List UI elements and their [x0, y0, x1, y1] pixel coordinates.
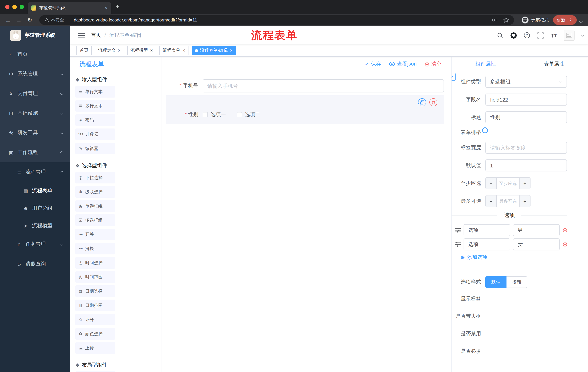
address-bar[interactable]: 不安全 dashboard.yudao.iocoder.cn/bpm/manag… — [39, 15, 514, 25]
search-icon[interactable] — [496, 32, 504, 39]
link-icon[interactable]: ∞ — [451, 73, 456, 81]
title-input[interactable] — [485, 111, 567, 123]
browser-menu-icon[interactable]: ⋮ — [568, 17, 573, 23]
palette-item[interactable]: ◉单选框组 — [75, 200, 115, 212]
checkbox-option-2[interactable]: 选项二 — [237, 111, 260, 118]
component-type-select[interactable]: 多选框组 — [485, 76, 567, 88]
avatar[interactable] — [564, 30, 575, 41]
tag-view-item[interactable]: 首页 — [76, 46, 92, 55]
delete-field-button[interactable] — [429, 98, 437, 106]
phone-input[interactable] — [203, 79, 444, 93]
view-json-button[interactable]: 查看json — [389, 61, 417, 67]
tag-view-item[interactable]: 流程定义× — [95, 46, 124, 55]
palette-item[interactable]: 123计数器 — [75, 128, 115, 140]
chevron-down-icon[interactable] — [579, 19, 583, 23]
palette-item[interactable]: ◈密码 — [75, 114, 115, 126]
decrease-button[interactable]: − — [486, 178, 497, 189]
forward-button[interactable]: → — [15, 17, 23, 23]
drag-handle-icon[interactable] — [455, 242, 461, 247]
close-icon[interactable]: × — [118, 48, 121, 53]
password-key-icon[interactable] — [492, 17, 497, 23]
slider-handle[interactable] — [482, 128, 488, 133]
drag-handle-icon[interactable] — [455, 228, 461, 233]
github-icon[interactable] — [510, 32, 517, 39]
tag-view-item[interactable]: 流程模型× — [127, 46, 156, 55]
sidebar-item[interactable]: ⊡基础设施 — [0, 103, 70, 123]
browser-tab[interactable]: 芋道管理系统 × — [28, 2, 111, 14]
max-count-input[interactable] — [497, 195, 519, 207]
field-gender-selected[interactable]: 性别 选项一 选项二 — [166, 95, 444, 124]
close-icon[interactable]: × — [182, 48, 185, 53]
close-tab-icon[interactable]: × — [105, 5, 108, 11]
decrease-button[interactable]: − — [486, 195, 497, 207]
sidebar-item[interactable]: ➤流程模型 — [0, 217, 70, 234]
increase-button[interactable]: + — [519, 178, 530, 189]
remove-option-icon[interactable]: ⊖ — [563, 241, 568, 247]
label-width-input[interactable] — [485, 142, 567, 154]
remove-option-icon[interactable]: ⊖ — [563, 227, 568, 233]
fullscreen-window-button[interactable] — [20, 5, 24, 9]
fullscreen-icon[interactable] — [537, 32, 544, 39]
new-tab-button[interactable]: + — [116, 3, 119, 10]
save-button[interactable]: ✓保存 — [365, 61, 381, 67]
sidebar-item[interactable]: ⚙系统管理 — [0, 64, 70, 84]
sidebar-item[interactable]: ▣工作流程 — [0, 143, 70, 162]
palette-item[interactable]: ▥日期范围 — [75, 299, 115, 311]
sidebar-item[interactable]: ☺请假查询 — [0, 254, 70, 274]
add-option-button[interactable]: ⊕添加选项 — [460, 254, 588, 261]
sidebar-item[interactable]: ⚒研发工具 — [0, 123, 70, 143]
palette-item[interactable]: ⊶开关 — [75, 229, 115, 240]
option-value-input[interactable] — [513, 224, 560, 236]
option-value-input[interactable] — [513, 238, 560, 250]
palette-item[interactable]: ◫行容器 — [75, 371, 115, 372]
font-size-icon[interactable]: TT — [550, 32, 557, 39]
tab-form-props[interactable]: 表单属性 — [520, 57, 588, 71]
sidebar-item[interactable]: ☻用户分组 — [0, 200, 70, 217]
palette-item[interactable]: ▦日期选择 — [75, 285, 115, 297]
checkbox-option-1[interactable]: 选项一 — [203, 111, 226, 118]
security-warning[interactable]: 不安全 — [44, 17, 64, 23]
drawing-board[interactable]: 手机号 性别 选项一 — [162, 71, 451, 372]
palette-item[interactable]: ☁上传 — [75, 342, 115, 354]
update-button[interactable]: 更新 ⋮ — [553, 15, 577, 25]
increase-button[interactable]: + — [519, 195, 530, 207]
help-icon[interactable]: ? — [523, 32, 531, 39]
reload-button[interactable]: ↻ — [25, 17, 34, 23]
field-name-input[interactable] — [485, 94, 567, 106]
avatar-caret-icon[interactable] — [581, 33, 584, 36]
field-phone[interactable]: 手机号 — [166, 79, 444, 93]
close-icon[interactable]: × — [150, 48, 153, 53]
palette-item[interactable]: ✎编辑器 — [75, 143, 115, 154]
sidebar-item[interactable]: ⋔任务管理 — [0, 234, 70, 254]
palette-item[interactable]: ◴时间范围 — [75, 271, 115, 283]
close-window-button[interactable] — [5, 5, 10, 9]
palette-item[interactable]: ◎下拉选择 — [75, 172, 115, 183]
option-label-input[interactable] — [463, 238, 510, 250]
tag-view-item[interactable]: 流程表单× — [159, 46, 188, 55]
close-icon[interactable]: × — [230, 48, 233, 53]
palette-item[interactable]: ☑多选框组 — [75, 214, 115, 226]
breadcrumb-home[interactable]: 首页 — [91, 32, 101, 39]
palette-item[interactable]: ▤多行文本 — [75, 100, 115, 112]
palette-item[interactable]: ⋔级联选择 — [75, 186, 115, 198]
palette-item[interactable]: ◷时间选择 — [75, 257, 115, 269]
back-button[interactable]: ← — [4, 17, 12, 23]
bookmark-star-icon[interactable] — [503, 17, 509, 23]
tag-view-item[interactable]: 流程表单-编辑× — [192, 46, 236, 55]
sidebar-item[interactable]: ¥支付管理 — [0, 84, 70, 103]
copy-field-button[interactable] — [418, 98, 426, 106]
clear-button[interactable]: 清空 — [425, 61, 441, 67]
min-count-input[interactable] — [497, 178, 519, 189]
sidebar-item[interactable]: ⌂首页 — [0, 44, 70, 64]
default-value-input[interactable] — [485, 159, 567, 171]
option-label-input[interactable] — [463, 224, 510, 236]
sidebar-item[interactable]: ▤流程表单 — [0, 182, 70, 200]
style-button-button[interactable]: 按钮 — [506, 276, 527, 288]
palette-item[interactable]: ✿颜色选择 — [75, 328, 115, 340]
style-default-button[interactable]: 默认 — [485, 276, 506, 288]
minimize-window-button[interactable] — [12, 5, 17, 9]
palette-item[interactable]: ⊷滑块 — [75, 243, 115, 255]
sidebar-item[interactable]: ≣流程管理 — [0, 162, 70, 182]
field-gender[interactable]: 性别 选项一 选项二 — [166, 111, 444, 118]
hamburger-icon[interactable] — [78, 32, 85, 39]
